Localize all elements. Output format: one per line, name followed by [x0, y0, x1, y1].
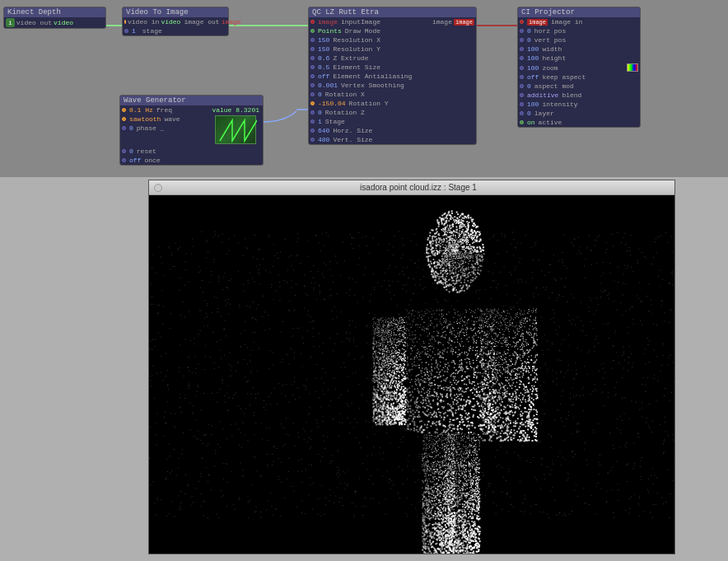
qc-row-resy: 150 Resolution Y — [309, 44, 476, 54]
port-dot — [122, 158, 126, 162]
port-dot — [520, 111, 524, 115]
ci-row-width: 100 width — [518, 44, 640, 54]
stage-titlebar: isadora point cloud.izz : Stage 1 — [149, 180, 674, 195]
point-cloud-canvas — [149, 195, 674, 554]
port-dot — [310, 38, 315, 42]
ci-row-height: 100 height — [518, 54, 640, 63]
port-dot — [310, 83, 315, 87]
qc-lz-title: QC LZ Rutt Etra — [309, 7, 476, 17]
wave-row-once: off once — [120, 156, 263, 165]
port-dot — [310, 129, 315, 133]
qc-row-vert: 480 Vert. Size — [309, 135, 476, 144]
wave-title: Wave Generator — [120, 96, 263, 105]
port-dot — [520, 38, 524, 42]
stage-window[interactable]: isadora point cloud.izz : Stage 1 — [148, 180, 675, 554]
vti-row-2: 1 stage — [123, 26, 228, 35]
qc-row-antialiasing: off Element Antialiasing — [309, 72, 476, 81]
qc-row-zext: 0.6 Z Extrude — [309, 54, 476, 63]
kinect-info-row: i video out video — [4, 17, 105, 28]
port-dot — [124, 20, 126, 24]
port-dot — [520, 66, 524, 70]
qc-row-points: Points Draw Mode — [309, 26, 476, 35]
wave-row-freq: 0.1 Hz freq sawtooth wave 0 phase _ valu… — [120, 105, 263, 147]
port-dot — [122, 149, 126, 153]
port-dot — [310, 119, 315, 124]
kinect-title: Kinect Depth — [4, 7, 105, 17]
ci-row-image: image image in — [518, 17, 640, 26]
qc-row-roty: -150.04 Rotation Y — [309, 99, 476, 108]
port-dot — [310, 47, 315, 51]
ci-row-zoom: 100 zoom — [518, 63, 640, 72]
ci-projector-title: CI Projector — [518, 7, 640, 17]
vti-row-1: video in video image out image — [123, 17, 228, 26]
port-dot — [520, 20, 524, 24]
qc-row-rotx: 0 Rotation X — [309, 90, 476, 99]
port-dot — [310, 92, 315, 96]
port-dot — [520, 93, 524, 97]
qc-row-rotz: 0 Rotation Z — [309, 108, 476, 117]
ci-row-layer: 0 layer — [518, 109, 640, 118]
qc-row-elemsize: 0.5 Element Size — [309, 63, 476, 72]
qc-row-horz: 640 Horz. Size — [309, 126, 476, 135]
qc-row-resx: 150 Resolution X — [309, 35, 476, 44]
wave-display — [215, 115, 256, 144]
port-dot — [122, 108, 126, 112]
port-dot — [310, 65, 315, 69]
port-dot — [310, 110, 315, 115]
ci-projector-node[interactable]: CI Projector image image in 0 horz pos 0… — [517, 7, 641, 128]
ci-row-aspectmod: 0 aspect mod — [518, 82, 640, 91]
port-dot — [520, 84, 524, 88]
ci-row-intensity: 100 intensity — [518, 100, 640, 109]
qc-row-smooth: 0.001 Vertex Smoothing — [309, 81, 476, 90]
ci-row-horz: 0 horz pos — [518, 26, 640, 35]
ci-row-active: on active — [518, 118, 640, 127]
port-dot — [310, 101, 315, 105]
qc-row-image: image inputImage image image — [309, 17, 476, 26]
port-dot — [520, 29, 524, 33]
stage-content — [149, 195, 674, 554]
wave-generator-node[interactable]: Wave Generator 0.1 Hz freq sawtooth wave… — [119, 95, 264, 166]
port-dot — [310, 56, 315, 60]
wave-row-reset: 0 reset — [120, 147, 263, 156]
port-dot — [520, 120, 524, 124]
kinect-depth-node[interactable]: Kinect Depth i video out video — [3, 7, 106, 29]
port-dot — [520, 47, 524, 51]
stage-close-button[interactable] — [154, 184, 162, 192]
ci-row-blend: additive blend — [518, 91, 640, 100]
port-dot — [122, 126, 126, 130]
port-dot — [310, 29, 315, 33]
qc-row-stage: 1 Stage — [309, 117, 476, 126]
ci-row-keepaspect: off keep aspect — [518, 72, 640, 82]
ci-row-vert: 0 vert pos — [518, 35, 640, 44]
port-dot — [520, 75, 524, 79]
port-dot — [520, 102, 524, 106]
port-dot — [310, 20, 315, 24]
stage-title: isadora point cloud.izz : Stage 1 — [167, 183, 670, 192]
port-dot — [124, 29, 128, 33]
port-dot — [310, 138, 315, 142]
port-dot — [122, 117, 126, 121]
qc-lz-node[interactable]: QC LZ Rutt Etra image inputImage image i… — [308, 7, 477, 145]
video-to-image-title: Video To Image — [123, 7, 228, 17]
port-dot — [520, 56, 524, 60]
video-to-image-node[interactable]: Video To Image video in video image out … — [122, 7, 229, 36]
port-dot — [310, 74, 315, 78]
